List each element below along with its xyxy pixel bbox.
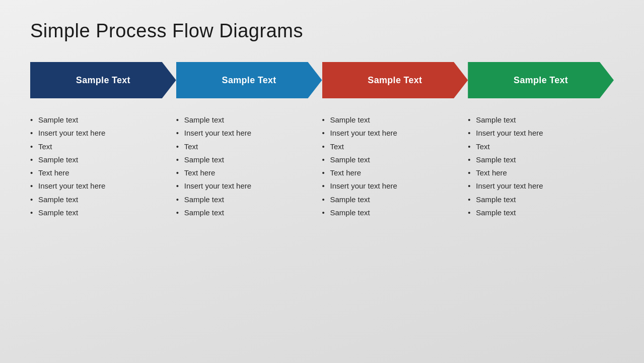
list-item: Insert your text here [176,179,318,193]
bullet-list-3: Sample text Insert your text here Text S… [322,113,464,219]
list-item: Sample text [468,153,610,166]
list-item: Sample text [30,193,172,206]
chevron-wrapper-1: Sample Text [30,62,176,98]
chevron-label-1: Sample Text [76,75,130,86]
chevron-label-3: Sample Text [368,75,422,86]
list-item: Sample text [468,206,610,219]
chevron-label-2: Sample Text [222,75,276,86]
slide: Simple Process Flow Diagrams Sample Text… [0,0,644,363]
list-item: Sample text [176,113,318,127]
list-item: Text here [468,166,610,179]
lists-row: Sample text Insert your text here Text S… [30,113,614,219]
bullet-list-4: Sample text Insert your text here Text S… [468,113,610,219]
list-item: Insert your text here [468,127,610,140]
list-item: Sample text [322,206,464,219]
list-item: Sample text [322,193,464,206]
chevron-step-3[interactable]: Sample Text [322,62,468,98]
list-item: Insert your text here [30,179,172,193]
list-item: Sample text [30,153,172,166]
list-item: Sample text [468,113,610,127]
list-item: Sample text [30,113,172,127]
list-item: Sample text [468,193,610,206]
bullet-list-1: Sample text Insert your text here Text S… [30,113,172,219]
list-column-1: Sample text Insert your text here Text S… [30,113,176,219]
list-item: Insert your text here [30,127,172,140]
list-item: Text [176,140,318,153]
list-item: Sample text [322,153,464,166]
chevron-step-4[interactable]: Sample Text [468,62,614,98]
chevron-wrapper-4: Sample Text [468,62,614,98]
list-item: Text [468,140,610,153]
list-item: Insert your text here [176,127,318,140]
list-item: Insert your text here [468,179,610,193]
list-item: Sample text [176,193,318,206]
list-item: Insert your text here [322,127,464,140]
list-item: Insert your text here [322,179,464,193]
list-item: Text here [30,166,172,179]
chevron-row: Sample Text Sample Text Sample Text Samp… [30,62,614,98]
list-item: Sample text [176,206,318,219]
chevron-label-4: Sample Text [514,75,568,86]
list-item: Text [322,140,464,153]
list-column-3: Sample text Insert your text here Text S… [322,113,468,219]
list-item: Sample text [30,206,172,219]
list-column-2: Sample text Insert your text here Text S… [176,113,322,219]
list-column-4: Sample text Insert your text here Text S… [468,113,614,219]
list-item: Text here [322,166,464,179]
list-item: Sample text [176,153,318,166]
chevron-wrapper-2: Sample Text [176,62,322,98]
chevron-step-2[interactable]: Sample Text [176,62,322,98]
chevron-wrapper-3: Sample Text [322,62,468,98]
page-title: Simple Process Flow Diagrams [30,20,614,42]
list-item: Sample text [322,113,464,127]
bullet-list-2: Sample text Insert your text here Text S… [176,113,318,219]
list-item: Text here [176,166,318,179]
chevron-step-1[interactable]: Sample Text [30,62,176,98]
list-item: Text [30,140,172,153]
